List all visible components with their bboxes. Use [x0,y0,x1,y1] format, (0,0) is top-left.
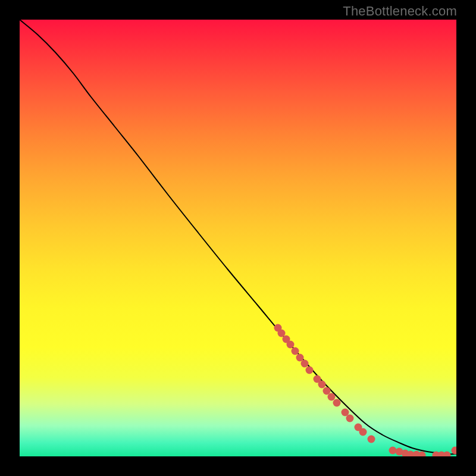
marker-point [328,393,336,401]
marker-point [301,360,309,368]
watermark-text: TheBottleneck.com [343,4,457,19]
chart-frame: TheBottleneck.com [0,0,476,476]
marker-point [452,447,457,455]
marker-point [292,347,299,355]
marker-point [318,381,326,389]
marker-point [359,428,367,436]
marker-point [287,341,295,349]
curve-line [20,20,456,454]
marker-point [306,367,314,374]
marker-point [346,415,354,422]
marker-point [389,447,397,455]
marker-point [368,436,375,443]
marker-point [443,452,451,457]
plot-area [20,20,456,456]
marker-point [333,399,341,407]
marker-group [274,324,457,457]
chart-svg [20,20,456,456]
